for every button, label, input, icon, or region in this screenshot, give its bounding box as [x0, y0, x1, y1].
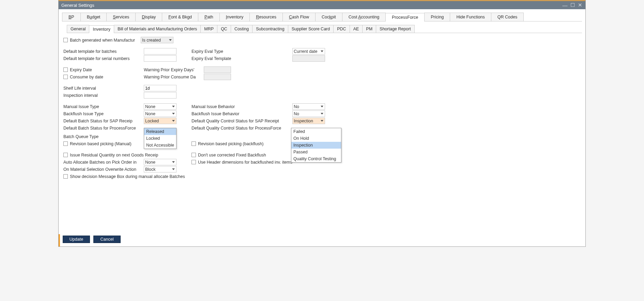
- batch-status-dropdown[interactable]: Released Locked Not Accessible: [144, 128, 177, 149]
- subtab-ae[interactable]: AE: [350, 25, 363, 33]
- default-batch-sap-select[interactable]: Locked: [144, 118, 177, 124]
- default-template-serial-label: Default template for serial numbers: [63, 56, 144, 61]
- settings-window: General Settings — ☐ ✕ BP Budget Service…: [58, 0, 586, 247]
- batch-status-option-notaccessible[interactable]: Not Accessible: [144, 142, 176, 149]
- tab-cockpit[interactable]: Cockpit: [315, 13, 342, 21]
- default-qc-sap-label: Default Quality Control Status for SAP R…: [191, 119, 292, 123]
- show-decision-label: Show decision Message Box during manual …: [70, 174, 185, 179]
- inspection-interval-label: Inspection interval: [63, 93, 144, 98]
- window-controls: — ☐ ✕: [562, 2, 583, 8]
- batch-generated-checkbox[interactable]: [63, 38, 68, 42]
- tab-inventory[interactable]: Inventory: [219, 13, 250, 21]
- subtab-costing[interactable]: Costing: [231, 25, 252, 33]
- batch-generated-label: Batch generated when Manufactur: [70, 38, 142, 43]
- use-header-dims-label: Use Header dimensions for backflushed in…: [198, 160, 292, 165]
- cancel-button[interactable]: Cancel: [93, 236, 121, 243]
- tab-cost-accounting[interactable]: Cost Accounting: [342, 13, 386, 21]
- tab-font-bkgd[interactable]: Font & Bkgd: [162, 13, 198, 21]
- batch-status-option-released[interactable]: Released: [144, 128, 176, 135]
- default-template-batches-label: Default template for batches: [63, 49, 144, 54]
- tab-path[interactable]: Path: [198, 13, 220, 21]
- revision-picking-backflush-checkbox[interactable]: [191, 141, 196, 146]
- subtab-shortage[interactable]: Shortage Report: [376, 25, 415, 33]
- backflush-issue-type-select[interactable]: None: [144, 110, 177, 117]
- default-qc-sap-select[interactable]: Inspection: [292, 118, 325, 124]
- subtab-mrp[interactable]: MRP: [200, 25, 217, 33]
- tab-hide-functions[interactable]: Hide Functions: [450, 13, 491, 21]
- auto-allocate-select[interactable]: None: [144, 159, 177, 165]
- batch-status-option-locked[interactable]: Locked: [144, 135, 176, 142]
- warning-consume-input: [204, 74, 231, 80]
- backflush-issue-behavior-select[interactable]: No: [292, 110, 325, 117]
- subtab-pm[interactable]: PM: [362, 25, 376, 33]
- warning-expiry-input: [204, 66, 231, 73]
- tab-services[interactable]: Services: [106, 13, 136, 21]
- subtab-subcontracting[interactable]: Subcontracting: [252, 25, 288, 33]
- shelf-life-label: Shelf Life interval: [63, 86, 144, 91]
- backflush-issue-behavior-label: Backflush Issue Behavior: [191, 111, 292, 116]
- expiry-eval-type-select[interactable]: Current date: [292, 48, 325, 55]
- issue-residual-checkbox[interactable]: [63, 153, 68, 157]
- qc-status-option-onhold[interactable]: On Hold: [291, 135, 341, 142]
- manual-issue-type-label: Manual Issue Type: [63, 104, 144, 109]
- qc-status-option-passed[interactable]: Passed: [291, 149, 341, 155]
- dont-use-corrected-checkbox[interactable]: [191, 153, 196, 157]
- manual-issue-type-select[interactable]: None: [144, 103, 177, 110]
- tab-resources[interactable]: Resources: [249, 13, 283, 21]
- material-selection-overwrite-label: On Material Selection Overwrite Action: [63, 167, 144, 172]
- close-icon[interactable]: ✕: [577, 2, 583, 8]
- default-batch-pf-label: Default Batch Status for ProcessForce: [63, 126, 144, 131]
- dont-use-corrected-label: Don't use corrected Fixed Backflush: [198, 153, 266, 157]
- tab-bp[interactable]: BP: [62, 13, 81, 21]
- warning-expiry-label: Warning Prior Expiry Days': [144, 67, 204, 72]
- titlebar: General Settings — ☐ ✕: [59, 0, 585, 9]
- revision-picking-manual-label: Revision based picking (Manual): [70, 141, 132, 146]
- default-template-batches-input[interactable]: [144, 48, 177, 55]
- maximize-icon[interactable]: ☐: [570, 2, 575, 8]
- expiry-date-checkbox[interactable]: [63, 67, 68, 72]
- qc-status-option-inspection[interactable]: Inspection: [291, 142, 341, 149]
- show-decision-checkbox[interactable]: [63, 174, 68, 179]
- default-qc-pf-label: Default Quality Control Status for Proce…: [191, 126, 292, 131]
- consume-date-checkbox[interactable]: [63, 75, 68, 79]
- subtab-pdc[interactable]: PDC: [333, 25, 350, 33]
- tab-display[interactable]: Display: [135, 13, 162, 21]
- subtab-inventory[interactable]: Inventory: [89, 25, 114, 33]
- qc-status-option-qctest[interactable]: Quality Control Testing: [291, 155, 341, 162]
- update-button[interactable]: Update: [63, 236, 90, 243]
- default-batch-sap-label: Default Batch Status for SAP Receip: [63, 119, 144, 123]
- top-tabs: BP Budget Services Display Font & Bkgd P…: [62, 13, 582, 21]
- expiry-eval-template-input: [292, 55, 325, 62]
- issue-residual-label: Issue Residual Quantity on next Goods Re…: [70, 153, 158, 157]
- tab-processforce[interactable]: ProcessForce: [385, 13, 425, 21]
- tab-pricing[interactable]: Pricing: [424, 13, 450, 21]
- use-header-dims-checkbox[interactable]: [191, 160, 196, 164]
- content: BP Budget Services Display Font & Bkgd P…: [59, 9, 585, 234]
- manual-issue-behavior-select[interactable]: No: [292, 103, 325, 110]
- auto-allocate-label: Auto Allocate Batches on Pick Order in: [63, 160, 144, 165]
- tab-cashflow[interactable]: Cash Flow: [282, 13, 316, 21]
- revision-picking-manual-checkbox[interactable]: [63, 141, 68, 146]
- window-title: General Settings: [61, 3, 562, 8]
- qc-status-option-failed[interactable]: Failed: [291, 128, 341, 135]
- sub-tabs: General Inventory Bill of Materials and …: [67, 25, 582, 33]
- minimize-icon[interactable]: —: [562, 2, 568, 8]
- subtab-scorecard[interactable]: Supplier Score Card: [288, 25, 334, 33]
- expiry-eval-template-label: Expiry Eval Template: [191, 56, 292, 61]
- expiry-eval-type-label: Expiry Eval Type: [191, 49, 292, 54]
- batch-generated-select[interactable]: Is created: [141, 37, 173, 43]
- subtab-qc[interactable]: QC: [217, 25, 231, 33]
- expiry-date-label: Expiry Date: [70, 67, 92, 72]
- default-template-serial-input[interactable]: [144, 55, 177, 62]
- subtab-general[interactable]: General: [67, 25, 89, 33]
- qc-status-dropdown[interactable]: Failed On Hold Inspection Passed Quality…: [291, 128, 341, 163]
- tab-qr-codes[interactable]: QR Codes: [491, 13, 524, 21]
- material-selection-overwrite-select[interactable]: Block: [144, 166, 177, 172]
- tab-budget[interactable]: Budget: [80, 13, 107, 21]
- inspection-interval-input[interactable]: [144, 92, 177, 99]
- footer: Update Cancel: [59, 234, 585, 246]
- subtab-bom[interactable]: Bill of Materials and Manufacturing Orde…: [114, 25, 201, 33]
- revision-picking-backflush-label: Revision based picking (backflush): [198, 141, 263, 146]
- form-area: Batch generated when Manufactur Is creat…: [62, 33, 582, 180]
- shelf-life-input[interactable]: [144, 85, 177, 91]
